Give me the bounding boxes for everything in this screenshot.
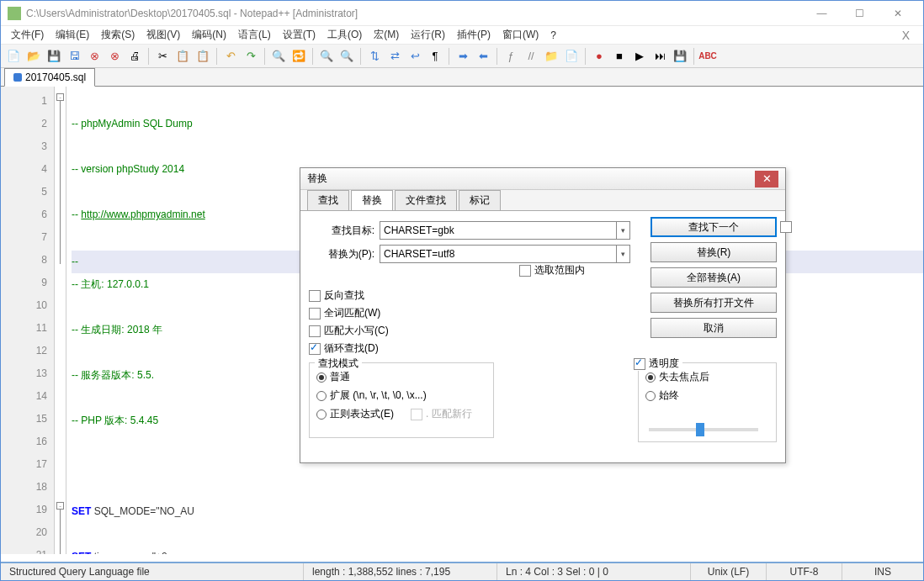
close-button[interactable]: ✕	[879, 2, 916, 25]
menu-run[interactable]: 运行(R)	[406, 26, 450, 44]
outdent-icon[interactable]: ⬅	[474, 47, 492, 66]
tab-mark[interactable]: 标记	[459, 190, 501, 211]
zoomout-icon[interactable]: 🔍	[337, 47, 356, 66]
new-icon[interactable]: 📄	[4, 47, 23, 66]
copy-icon[interactable]: 📋	[173, 47, 192, 66]
replace-icon[interactable]: 🔁	[289, 47, 308, 66]
backward-checkbox[interactable]	[309, 290, 321, 302]
play-icon[interactable]: ▶	[630, 47, 649, 66]
stop-icon[interactable]: ■	[610, 47, 629, 66]
replace-input[interactable]	[380, 245, 617, 263]
replace-all-open-button[interactable]: 替换所有打开文件	[651, 293, 777, 313]
closeall-icon[interactable]: ⊗	[105, 47, 124, 66]
replace-button[interactable]: 替换(R)	[651, 242, 777, 262]
transparency-slider[interactable]	[649, 428, 758, 431]
status-length: length : 1,388,552 lines : 7,195	[304, 563, 497, 580]
wrap-checkbox[interactable]	[309, 343, 321, 355]
replace-all-button[interactable]: 全部替换(A)	[651, 267, 777, 288]
menu-view[interactable]: 视图(V)	[141, 26, 185, 44]
maximize-button[interactable]: ☐	[841, 2, 879, 25]
mode-normal-radio[interactable]	[316, 372, 327, 383]
status-filetype: Structured Query Language file	[1, 563, 304, 580]
record-icon[interactable]: ●	[590, 47, 608, 66]
menu-file[interactable]: 文件(F)	[6, 26, 49, 44]
line-number-gutter: 123456789101112131415161718192021	[1, 87, 55, 554]
menu-encoding[interactable]: 编码(N)	[187, 26, 231, 44]
zoomin-icon[interactable]: 🔍	[317, 47, 336, 66]
print-icon[interactable]: 🖨	[125, 47, 144, 66]
dialog-close-button[interactable]: ✕	[755, 171, 778, 188]
findnext-aux-checkbox[interactable]	[780, 221, 792, 233]
cancel-button[interactable]: 取消	[651, 318, 777, 338]
savemacro-icon[interactable]: 💾	[671, 47, 689, 66]
redo-icon[interactable]: ↷	[242, 47, 260, 66]
menu-edit[interactable]: 编辑(E)	[50, 26, 94, 44]
matchcase-checkbox[interactable]	[309, 325, 321, 337]
menu-plugins[interactable]: 插件(P)	[452, 26, 496, 44]
file-tab-active[interactable]: 20170405.sql	[4, 68, 95, 87]
find-icon[interactable]: 🔍	[269, 47, 288, 66]
transparency-checkbox[interactable]	[634, 358, 645, 370]
sync-h-icon[interactable]: ⇄	[385, 47, 404, 66]
menu-search[interactable]: 搜索(S)	[96, 26, 140, 44]
searchmode-group-title: 查找模式	[315, 357, 362, 371]
file-tab-label: 20170405.sql	[25, 71, 86, 83]
closefile-icon[interactable]: ⊗	[85, 47, 104, 66]
status-insert-mode: INS	[842, 563, 923, 580]
scope-checkbox[interactable]	[519, 265, 531, 277]
status-position: Ln : 4 Col : 3 Sel : 0 | 0	[497, 563, 691, 580]
menu-window[interactable]: 窗口(W)	[497, 26, 544, 44]
tab-replace[interactable]: 替换	[351, 190, 393, 211]
menu-settings[interactable]: 设置(T)	[278, 26, 321, 44]
menu-tools[interactable]: 工具(O)	[322, 26, 367, 44]
file-tab-icon	[13, 73, 22, 82]
replace-dialog: 替换 ✕ 查找 替换 文件查找 标记 查找目标: ▾ 替换为(P): ▾ 选取范…	[300, 167, 786, 463]
menu-macro[interactable]: 宏(M)	[369, 26, 404, 44]
paste-icon[interactable]: 📋	[194, 47, 212, 66]
tab-findfiles[interactable]: 文件查找	[395, 190, 457, 211]
dialog-titlebar[interactable]: 替换 ✕	[300, 168, 785, 190]
mode-extended-radio[interactable]	[316, 391, 327, 401]
open-icon[interactable]: 📂	[24, 47, 43, 66]
find-dropdown-icon[interactable]: ▾	[617, 221, 630, 240]
playmulti-icon[interactable]: ⏭	[651, 47, 669, 66]
tab-find[interactable]: 查找	[307, 190, 349, 211]
allchars-icon[interactable]: ¶	[426, 47, 444, 66]
menu-bar: 文件(F) 编辑(E) 搜索(S) 视图(V) 编码(N) 语言(L) 设置(T…	[1, 26, 923, 45]
minimize-button[interactable]: —	[803, 2, 841, 25]
toolbar: 📄 📂 💾 🖫 ⊗ ⊗ 🖨 ✂ 📋 📋 ↶ ↷ 🔍 🔁 🔍 🔍 ⇅ ⇄ ↩ ¶ …	[1, 45, 923, 68]
replace-dropdown-icon[interactable]: ▾	[617, 245, 630, 263]
spellcheck-icon[interactable]: ABC	[698, 47, 717, 66]
wholeword-checkbox[interactable]	[309, 308, 321, 320]
find-next-button[interactable]: 查找下一个	[651, 217, 777, 237]
func-icon[interactable]: ƒ	[502, 47, 520, 66]
status-bar: Structured Query Language file length : …	[1, 562, 923, 580]
mode-regex-radio[interactable]	[316, 409, 327, 420]
trans-onlose-radio[interactable]	[645, 372, 656, 383]
menu-language[interactable]: 语言(L)	[233, 26, 276, 44]
fold-box-icon[interactable]: -	[56, 502, 64, 510]
dotnewline-checkbox	[411, 409, 422, 420]
wordwrap-icon[interactable]: ↩	[406, 47, 424, 66]
sync-v-icon[interactable]: ⇅	[365, 47, 384, 66]
menu-help[interactable]: ?	[545, 28, 561, 43]
fold-box-icon[interactable]: -	[56, 93, 64, 101]
title-bar: C:\Users\Administrator\Desktop\20170405.…	[1, 1, 923, 26]
undo-icon[interactable]: ↶	[221, 47, 240, 66]
replace-label: 替换为(P):	[309, 247, 374, 261]
save-icon[interactable]: 💾	[45, 47, 63, 66]
file-tab-bar: 20170405.sql	[1, 68, 923, 87]
find-input[interactable]	[380, 221, 617, 240]
trans-always-radio[interactable]	[645, 391, 656, 401]
status-encoding: UTF-8	[767, 563, 842, 580]
saveall-icon[interactable]: 🖫	[65, 47, 83, 66]
cut-icon[interactable]: ✂	[153, 47, 172, 66]
indent-icon[interactable]: ➡	[454, 47, 472, 66]
menu-close-x[interactable]: X	[894, 29, 918, 42]
find-label: 查找目标:	[309, 224, 374, 238]
comment-icon[interactable]: //	[522, 47, 540, 66]
doc-icon[interactable]: 📄	[562, 47, 581, 66]
folder-icon[interactable]: 📁	[542, 47, 560, 66]
fold-margin[interactable]: - -	[55, 87, 66, 554]
window-title: C:\Users\Administrator\Desktop\20170405.…	[26, 8, 803, 19]
